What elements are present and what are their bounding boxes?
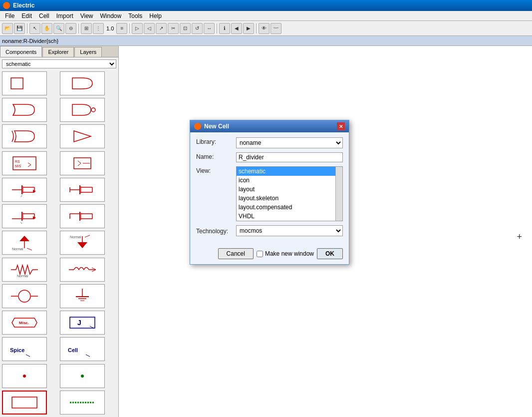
comp-nmos[interactable]: ↗	[2, 178, 47, 202]
tab-explorer[interactable]: Explorer	[42, 47, 74, 57]
select-button[interactable]: ↖	[29, 23, 40, 34]
comp-wire[interactable]	[2, 71, 47, 95]
zoom-display[interactable]: ≡	[116, 23, 127, 34]
comp-wire-box[interactable]	[2, 391, 47, 415]
port-button[interactable]: ⊡	[180, 23, 191, 34]
comp-cell-j[interactable]: J	[60, 311, 105, 335]
comp-pmos2[interactable]	[60, 204, 105, 228]
comp-resistor[interactable]: Normal	[2, 258, 47, 282]
comp-inductor[interactable]	[60, 258, 105, 282]
comp-flipflop[interactable]: RS M/S	[2, 151, 47, 175]
technology-select[interactable]: mocmos	[236, 225, 343, 236]
eye-button[interactable]: 👁	[259, 23, 269, 34]
comp-gnd[interactable]: Normal	[60, 231, 105, 255]
mirror-button[interactable]: ↔	[204, 23, 215, 34]
menu-view[interactable]: View	[77, 12, 96, 20]
ok-button[interactable]: OK	[317, 248, 343, 259]
cancel-button[interactable]: Cancel	[218, 248, 254, 259]
comp-and[interactable]	[60, 71, 105, 95]
comp-buffer[interactable]	[60, 124, 105, 148]
zoom-out-button[interactable]: ⊖	[65, 23, 76, 34]
dialog-footer: Cancel Make new window OK	[190, 245, 349, 264]
zoom-value: 1.0	[105, 25, 115, 32]
menu-tools[interactable]: Tools	[125, 12, 145, 20]
dialog-title: New Cell	[204, 123, 229, 130]
comp-nand[interactable]	[60, 98, 105, 122]
grid-num-button[interactable]: ⋮	[93, 23, 104, 34]
comp-pmos[interactable]	[60, 178, 105, 202]
view-option-layout-skeleton[interactable]: layout.skeleton	[237, 194, 342, 203]
svg-text:Cell: Cell	[68, 347, 78, 353]
tb-sep-4	[217, 23, 217, 33]
forward-button[interactable]: ▶	[243, 23, 254, 34]
library-select[interactable]: noname	[236, 137, 343, 148]
library-label: Library:	[196, 137, 236, 145]
menu-import[interactable]: Import	[53, 12, 76, 20]
svg-text:RS: RS	[15, 160, 20, 163]
wave-button[interactable]: 〰	[270, 23, 281, 34]
comp-mux[interactable]	[60, 151, 105, 175]
svg-rect-3	[13, 157, 36, 170]
component-filter-select[interactable]: schematic layout icon	[2, 59, 116, 68]
title-bar: Electric	[0, 0, 532, 11]
menu-help[interactable]: Help	[146, 12, 165, 20]
bus-button[interactable]: ✂	[168, 23, 179, 34]
menu-file[interactable]: File	[2, 12, 17, 20]
menu-bar: File Edit Cell Import View Window Tools …	[0, 11, 532, 21]
comp-spice[interactable]: Spice	[2, 337, 47, 361]
svg-text:Normal: Normal	[12, 247, 23, 251]
expand-button[interactable]: ▷	[132, 23, 143, 34]
menu-cell[interactable]: Cell	[36, 12, 52, 20]
comp-ground[interactable]	[60, 284, 105, 308]
grid-button[interactable]: ⊞	[81, 23, 92, 34]
zoom-in-button[interactable]: 🔍	[53, 23, 64, 34]
svg-text:J: J	[77, 319, 81, 327]
view-option-layout-compensated[interactable]: layout.compensated	[237, 203, 342, 212]
view-option-verilog[interactable]: Verilog	[237, 221, 342, 221]
comp-misc[interactable]: Misc.	[2, 311, 47, 335]
tb-sep-2	[78, 23, 79, 33]
tab-components[interactable]: Components	[0, 46, 42, 57]
contract-button[interactable]: ◁	[144, 23, 155, 34]
svg-point-1	[91, 108, 95, 112]
app-title: Electric	[13, 2, 34, 9]
comp-nmos2[interactable]: ↘	[2, 204, 47, 228]
svg-text:Normal: Normal	[70, 235, 81, 239]
dialog-close-button[interactable]: ✕	[337, 122, 345, 130]
view-scrollbar[interactable]	[335, 167, 342, 221]
new-cell-dialog: New Cell ✕ Library: noname Name: View:	[190, 120, 349, 265]
info-button[interactable]: ℹ	[219, 23, 230, 34]
comp-capacitor[interactable]	[2, 284, 47, 308]
save-button[interactable]: 💾	[14, 23, 25, 34]
comp-or[interactable]	[2, 98, 47, 122]
svg-marker-39	[19, 236, 29, 241]
view-option-icon[interactable]: icon	[237, 176, 342, 185]
view-option-schematic[interactable]: schematic	[237, 167, 342, 176]
name-input[interactable]	[236, 152, 343, 162]
view-option-layout[interactable]: layout	[237, 185, 342, 194]
open-button[interactable]: 📂	[2, 23, 13, 34]
comp-line[interactable]	[60, 391, 105, 415]
wire-button[interactable]: ↗	[156, 23, 167, 34]
make-new-window-label: Make new window	[265, 250, 314, 257]
svg-text:↗: ↗	[20, 195, 22, 198]
menu-edit[interactable]: Edit	[18, 12, 35, 20]
make-new-window-checkbox[interactable]	[257, 251, 263, 257]
tb-sep-5	[256, 23, 257, 33]
menu-window[interactable]: Window	[97, 12, 125, 20]
tab-layers[interactable]: Layers	[74, 47, 102, 57]
tab-label[interactable]: noname:R-Divider{sch}	[2, 38, 58, 44]
rotate-button[interactable]: ↺	[192, 23, 203, 34]
pan-button[interactable]: ✋	[41, 23, 52, 34]
view-option-vhdl[interactable]: VHDL	[237, 212, 342, 221]
make-new-window-wrap: Make new window	[257, 250, 314, 257]
comp-cell-label[interactable]: Cell	[60, 337, 105, 361]
comp-xor[interactable]	[2, 124, 47, 148]
app-icon	[3, 2, 10, 9]
comp-dot2[interactable]	[60, 364, 105, 388]
back-button[interactable]: ◀	[231, 23, 242, 34]
svg-point-49	[18, 290, 30, 302]
comp-dot1[interactable]	[2, 364, 47, 388]
svg-text:Spice: Spice	[10, 347, 24, 353]
comp-vdd[interactable]: Normal	[2, 231, 47, 255]
